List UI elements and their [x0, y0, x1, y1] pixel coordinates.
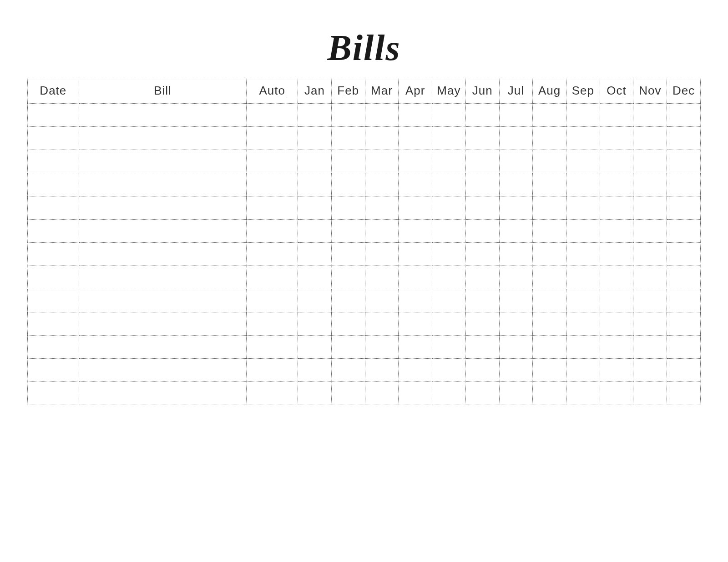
cell[interactable] — [566, 243, 600, 266]
cell[interactable] — [365, 289, 399, 312]
cell[interactable] — [399, 220, 432, 243]
cell[interactable] — [331, 173, 365, 196]
cell[interactable] — [28, 150, 79, 173]
cell[interactable] — [399, 312, 432, 336]
cell[interactable] — [533, 266, 566, 289]
cell[interactable] — [600, 173, 633, 196]
cell[interactable] — [600, 336, 633, 359]
cell[interactable] — [331, 196, 365, 220]
cell[interactable] — [600, 382, 633, 405]
cell[interactable] — [432, 220, 466, 243]
cell[interactable] — [600, 312, 633, 336]
cell[interactable] — [465, 104, 499, 127]
cell[interactable] — [633, 359, 667, 382]
cell[interactable] — [633, 150, 667, 173]
cell[interactable] — [533, 173, 566, 196]
cell[interactable] — [633, 127, 667, 150]
cell[interactable] — [331, 312, 365, 336]
cell[interactable] — [499, 173, 533, 196]
cell[interactable] — [79, 266, 247, 289]
cell[interactable] — [28, 359, 79, 382]
cell[interactable] — [533, 127, 566, 150]
cell[interactable] — [79, 220, 247, 243]
cell[interactable] — [465, 150, 499, 173]
cell[interactable] — [365, 127, 399, 150]
cell[interactable] — [600, 289, 633, 312]
cell[interactable] — [79, 104, 247, 127]
cell[interactable] — [667, 289, 701, 312]
cell[interactable] — [465, 266, 499, 289]
cell[interactable] — [533, 196, 566, 220]
cell[interactable] — [298, 243, 332, 266]
cell[interactable] — [365, 266, 399, 289]
cell[interactable] — [331, 359, 365, 382]
cell[interactable] — [667, 359, 701, 382]
cell[interactable] — [566, 127, 600, 150]
cell[interactable] — [600, 150, 633, 173]
cell[interactable] — [399, 127, 432, 150]
cell[interactable] — [600, 196, 633, 220]
cell[interactable] — [365, 382, 399, 405]
cell[interactable] — [432, 336, 466, 359]
cell[interactable] — [28, 266, 79, 289]
cell[interactable] — [365, 243, 399, 266]
cell[interactable] — [399, 104, 432, 127]
cell[interactable] — [533, 243, 566, 266]
cell[interactable] — [432, 127, 466, 150]
cell[interactable] — [465, 312, 499, 336]
cell[interactable] — [499, 382, 533, 405]
cell[interactable] — [633, 312, 667, 336]
cell[interactable] — [566, 382, 600, 405]
cell[interactable] — [247, 312, 298, 336]
cell[interactable] — [247, 289, 298, 312]
cell[interactable] — [298, 173, 332, 196]
cell[interactable] — [566, 336, 600, 359]
cell[interactable] — [667, 266, 701, 289]
cell[interactable] — [298, 359, 332, 382]
cell[interactable] — [399, 382, 432, 405]
cell[interactable] — [399, 359, 432, 382]
cell[interactable] — [533, 289, 566, 312]
cell[interactable] — [499, 220, 533, 243]
cell[interactable] — [432, 150, 466, 173]
cell[interactable] — [600, 127, 633, 150]
cell[interactable] — [247, 220, 298, 243]
cell[interactable] — [667, 243, 701, 266]
cell[interactable] — [533, 150, 566, 173]
cell[interactable] — [633, 104, 667, 127]
cell[interactable] — [79, 196, 247, 220]
cell[interactable] — [566, 150, 600, 173]
cell[interactable] — [667, 127, 701, 150]
cell[interactable] — [533, 104, 566, 127]
cell[interactable] — [365, 150, 399, 173]
cell[interactable] — [432, 289, 466, 312]
cell[interactable] — [499, 266, 533, 289]
cell[interactable] — [499, 196, 533, 220]
cell[interactable] — [600, 243, 633, 266]
cell[interactable] — [633, 336, 667, 359]
cell[interactable] — [28, 243, 79, 266]
cell[interactable] — [298, 196, 332, 220]
cell[interactable] — [566, 289, 600, 312]
cell[interactable] — [399, 266, 432, 289]
cell[interactable] — [298, 127, 332, 150]
cell[interactable] — [499, 243, 533, 266]
cell[interactable] — [432, 266, 466, 289]
cell[interactable] — [533, 312, 566, 336]
cell[interactable] — [633, 382, 667, 405]
cell[interactable] — [432, 359, 466, 382]
cell[interactable] — [465, 336, 499, 359]
cell[interactable] — [465, 382, 499, 405]
cell[interactable] — [28, 173, 79, 196]
cell[interactable] — [365, 220, 399, 243]
cell[interactable] — [365, 196, 399, 220]
cell[interactable] — [28, 336, 79, 359]
cell[interactable] — [247, 266, 298, 289]
cell[interactable] — [247, 104, 298, 127]
cell[interactable] — [247, 359, 298, 382]
cell[interactable] — [79, 289, 247, 312]
cell[interactable] — [331, 243, 365, 266]
cell[interactable] — [633, 173, 667, 196]
cell[interactable] — [365, 173, 399, 196]
cell[interactable] — [331, 127, 365, 150]
